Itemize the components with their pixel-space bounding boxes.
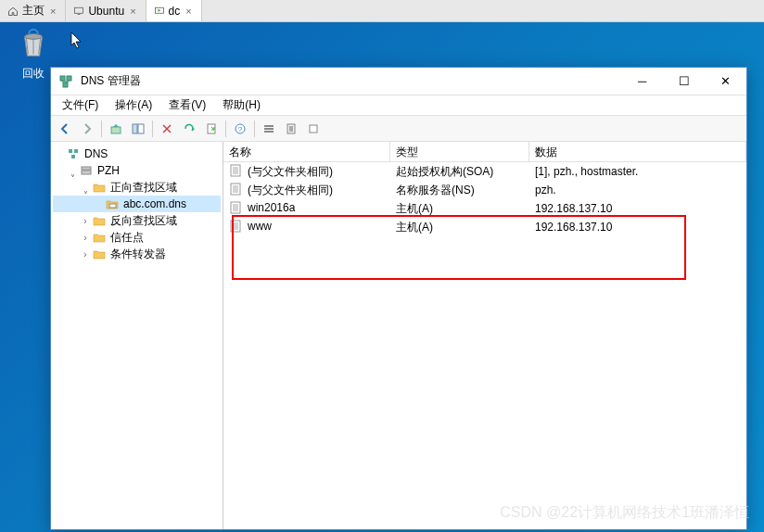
chevron-right-icon[interactable]: › [79,249,92,260]
export-button[interactable] [201,119,222,139]
tab-ubuntu-label: Ubuntu [88,5,124,18]
help-button[interactable]: ? [230,119,250,139]
watermark: CSDN @22计算机网络技术1班潘泽恒 [500,503,749,523]
svg-rect-23 [109,204,116,208]
filter-button[interactable] [259,119,279,139]
recycle-bin[interactable]: 回收 [13,26,54,82]
window-title: DNS 管理器 [81,73,621,89]
svg-text:?: ? [238,125,243,133]
home-icon [7,6,19,17]
tab-close[interactable]: × [184,6,193,17]
chevron-right-icon[interactable]: › [79,216,92,226]
tab-close[interactable]: × [128,6,137,17]
tab-close[interactable]: × [48,6,57,17]
record-row[interactable]: www主机(A)192.168.137.10 [223,218,746,236]
tree-conditional-forwarders[interactable]: › 条件转发器 [53,246,221,262]
tree-trust-points[interactable]: › 信任点 [53,229,221,246]
record-name: win2016a [248,201,295,214]
mouse-cursor [70,32,83,50]
separator [254,120,255,137]
folder-icon [92,180,107,195]
svg-rect-27 [231,221,240,232]
tree-label: PZH [97,164,120,177]
dns-icon [66,146,81,161]
tab-home[interactable]: 主页 × [0,0,66,21]
svg-rect-7 [111,127,121,133]
folder-icon [92,213,107,228]
record-row[interactable]: (与父文件夹相同)名称服务器(NS)pzh. [223,181,746,199]
svg-rect-19 [74,149,78,153]
up-button[interactable] [106,119,126,139]
list-header: 名称 类型 数据 [223,142,746,162]
record-name: www [248,220,272,233]
titlebar[interactable]: DNS 管理器 ─ ☐ ✕ [51,68,746,95]
svg-rect-22 [82,171,91,174]
record-type: 起始授权机构(SOA) [390,164,529,180]
tab-ubuntu[interactable]: Ubuntu × [66,0,146,21]
svg-rect-26 [231,202,240,213]
tree-dns-root[interactable]: DNS [53,146,221,162]
record-type: 主机(A) [390,220,529,235]
tree-label: abc.com.dns [123,197,186,210]
record-icon [229,201,244,216]
monitor-play-icon [154,6,165,17]
record-type: 名称服务器(NS) [390,183,529,198]
svg-rect-21 [82,167,91,170]
svg-rect-6 [63,82,68,87]
record-type: 主机(A) [390,201,529,217]
tree-zone-abc[interactable]: abc.com.dns [53,196,221,212]
svg-rect-9 [138,124,144,133]
svg-rect-13 [264,125,274,127]
separator [152,120,153,137]
tab-home-label: 主页 [22,3,45,19]
record-icon [229,220,244,234]
separator [101,120,102,137]
back-button[interactable] [55,119,75,139]
menu-file[interactable]: 文件(F) [55,95,106,115]
record-icon [229,164,244,179]
menu-action[interactable]: 操作(A) [108,95,159,115]
minimize-button[interactable]: ─ [621,68,663,95]
svg-point-3 [25,34,43,40]
menu-view[interactable]: 查看(V) [161,95,213,115]
col-data[interactable]: 数据 [529,142,746,161]
toolbar: ? [51,116,746,142]
svg-rect-18 [69,149,72,153]
chevron-down-icon[interactable]: ˬ [79,183,92,193]
tree-server[interactable]: ˬ PZH [53,162,221,179]
delete-button[interactable] [157,119,177,139]
svg-rect-1 [78,14,81,15]
dns-app-icon [58,74,73,89]
chevron-right-icon[interactable]: › [79,233,92,243]
record-name: (与父文件夹相同) [248,165,333,178]
vm-tabbar: 主页 × Ubuntu × dc × [0,0,764,22]
record-data: pzh. [529,184,746,196]
svg-rect-5 [67,76,71,81]
new-button[interactable] [303,119,324,139]
refresh-button[interactable] [179,119,199,139]
separator [225,120,226,137]
record-name: (与父文件夹相同) [248,184,333,196]
svg-rect-8 [133,124,137,133]
menubar: 文件(F) 操作(A) 查看(V) 帮助(H) [51,95,746,116]
recycle-bin-icon [16,26,51,61]
menu-help[interactable]: 帮助(H) [215,95,268,115]
close-button[interactable]: ✕ [705,68,746,95]
properties-button[interactable] [281,119,301,139]
chevron-down-icon[interactable]: ˬ [66,166,79,176]
col-name[interactable]: 名称 [223,142,390,161]
forward-button[interactable] [77,119,97,139]
col-type[interactable]: 类型 [390,142,529,161]
record-icon [229,183,244,197]
monitor-icon [73,6,84,17]
show-hide-tree-button[interactable] [128,119,148,139]
record-row[interactable]: (与父文件夹相同)起始授权机构(SOA)[1], pzh., hostmaste… [223,162,746,181]
tree-reverse-zones[interactable]: › 反向查找区域 [53,212,221,229]
tab-dc-label: dc [169,5,181,18]
tree-forward-zones[interactable]: ˬ 正向查找区域 [53,179,221,196]
record-row[interactable]: win2016a主机(A)192.168.137.10 [223,199,746,218]
dns-manager-window: DNS 管理器 ─ ☐ ✕ 文件(F) 操作(A) 查看(V) 帮助(H) ? [50,67,747,530]
maximize-button[interactable]: ☐ [663,68,705,95]
tab-dc[interactable]: dc × [146,0,202,21]
svg-rect-20 [71,155,75,158]
